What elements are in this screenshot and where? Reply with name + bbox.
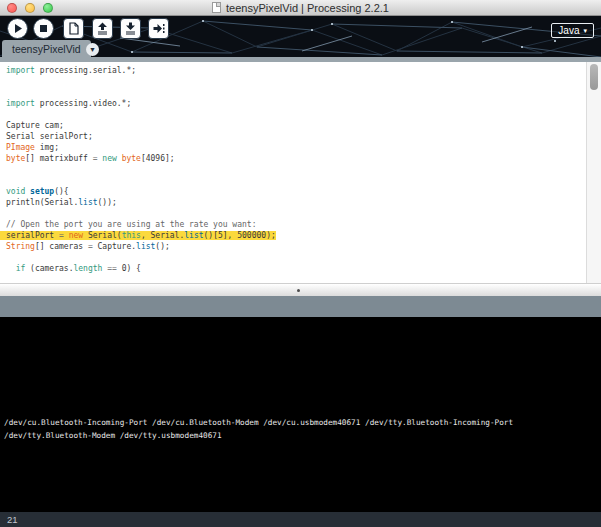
mode-label: Java: [558, 25, 579, 36]
arrow-down-icon: [123, 21, 138, 36]
scrollbar-thumb[interactable]: [590, 64, 598, 90]
console-output[interactable]: /dev/cu.Bluetooth-Incoming-Port /dev/cu.…: [0, 317, 601, 511]
code-line: byte[] matrixbuff = new byte[4096];: [6, 153, 584, 164]
titlebar[interactable]: teensyPixelVid | Processing 2.2.1: [0, 0, 601, 16]
divider-handle-dot: [297, 289, 300, 292]
code-line: Capture cam;: [6, 120, 584, 131]
code-line: if (cameras.length == 0) {: [6, 263, 584, 274]
mode-selector[interactable]: Java ▾: [551, 23, 594, 38]
processing-ide-window: teensyPixelVid | Processing 2.2.1: [0, 0, 601, 527]
new-sketch-button[interactable]: [63, 18, 84, 39]
code-line: PImage img;: [6, 142, 584, 153]
stop-icon: [37, 22, 50, 35]
close-button[interactable]: [7, 3, 17, 13]
run-button[interactable]: [7, 18, 28, 39]
code-editor[interactable]: import processing.serial.*;import proces…: [0, 62, 601, 283]
code-line: [6, 175, 584, 186]
code-line: import processing.serial.*;: [6, 65, 584, 76]
minimize-button[interactable]: [25, 3, 35, 13]
play-icon: [11, 22, 24, 35]
new-document-icon: [66, 21, 81, 36]
current-line-number: 21: [7, 514, 18, 525]
status-bar: 21: [0, 511, 601, 527]
arrow-right-icon: [151, 21, 166, 36]
code-line: Serial serialPort;: [6, 131, 584, 142]
code-line: [6, 208, 584, 219]
message-area: [0, 296, 601, 317]
title-group: teensyPixelVid | Processing 2.2.1: [212, 2, 389, 14]
stop-button[interactable]: [33, 18, 54, 39]
arrow-up-icon: [95, 21, 110, 36]
code-line: void setup(){: [6, 186, 584, 197]
console-line: /dev/tty.Bluetooth-Modem /dev/tty.usbmod…: [4, 430, 513, 443]
chevron-down-icon: ▼: [89, 46, 96, 53]
console-line: /dev/cu.Bluetooth-Incoming-Port /dev/cu.…: [4, 417, 513, 430]
console-lines: /dev/cu.Bluetooth-Incoming-Port /dev/cu.…: [4, 417, 513, 442]
code-line: [6, 164, 584, 175]
code-line: [6, 87, 584, 98]
editor-scrollbar[interactable]: [586, 62, 601, 283]
export-button[interactable]: [148, 18, 169, 39]
editor-console-divider[interactable]: [0, 283, 601, 296]
document-proxy-icon: [212, 2, 221, 13]
tab-menu-button[interactable]: ▼: [86, 43, 99, 56]
code-line: println(Serial.list());: [6, 197, 584, 208]
code-line: // Open the port you are using at the ra…: [6, 219, 584, 230]
tab-label: teensyPixelVid: [12, 43, 81, 55]
save-button[interactable]: [120, 18, 141, 39]
chevron-down-icon: ▾: [583, 27, 587, 34]
open-button[interactable]: [92, 18, 113, 39]
tab-teensypixelvid[interactable]: teensyPixelVid: [2, 40, 91, 57]
code-line: [6, 76, 584, 87]
code-line: String[] cameras = Capture.list();: [6, 241, 584, 252]
window-controls: [7, 3, 53, 13]
window-title: teensyPixelVid | Processing 2.2.1: [226, 2, 389, 14]
zoom-button[interactable]: [43, 3, 53, 13]
code-lines: import processing.serial.*;import proces…: [0, 65, 584, 274]
code-line: import processing.video.*;: [6, 98, 584, 109]
code-line: serialPort = new Serial(this, Serial.lis…: [6, 230, 584, 241]
code-line: [6, 252, 584, 263]
code-line: [6, 109, 584, 120]
toolbar: Java ▾ teensyPixelVid ▼: [0, 16, 601, 57]
